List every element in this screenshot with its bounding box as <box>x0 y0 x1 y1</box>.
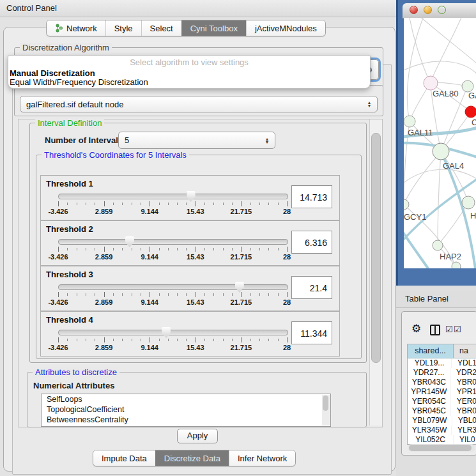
network-node-gal4[interactable] <box>433 143 449 160</box>
tab-network[interactable]: Network <box>47 20 105 36</box>
apply-button[interactable]: Apply <box>177 429 218 443</box>
scrollbar-thumb[interactable] <box>371 133 381 363</box>
network-window-titlebar <box>403 3 476 19</box>
threshold-value-field[interactable]: 11.344 <box>291 321 332 344</box>
network-node-hap2[interactable] <box>433 240 443 250</box>
slider-thumb-icon[interactable] <box>162 327 171 338</box>
tick-label: 2.859 <box>95 208 113 215</box>
table-row[interactable]: YLR345WYLR3 <box>408 426 476 435</box>
mac-close-icon[interactable] <box>410 6 418 14</box>
number-of-intervals-combo[interactable]: 5 ▲▼ <box>118 132 275 149</box>
table-row[interactable]: YIL052CYIL0 <box>408 435 476 445</box>
threshold-slider[interactable] <box>58 239 288 245</box>
node-label: GAL11 <box>408 128 433 137</box>
tick-label: 21.715 <box>231 208 252 215</box>
threshold-value-field[interactable]: 6.316 <box>291 231 332 254</box>
threshold-row: Threshold 2 -3.4262.8599.14415.4321.7152… <box>40 220 340 266</box>
numerical-attributes-list[interactable]: SelfLoopsTopologicalCoefficientBetweenne… <box>41 394 331 427</box>
tick <box>177 293 178 296</box>
table-cell: YPR1 <box>451 387 476 397</box>
table-row[interactable]: YBL079WYBL0 <box>408 416 476 426</box>
mac-zoom-icon[interactable] <box>438 6 446 14</box>
node-label: GA <box>468 91 476 100</box>
network-edge[interactable] <box>430 18 463 83</box>
table-cell: YBR043C <box>408 378 451 387</box>
network-canvas[interactable]: GAL80GACGAL11GAL4GCY1HHAP2 <box>404 18 476 268</box>
table-row[interactable]: YDR27...YDR2 <box>408 368 476 378</box>
network-edge[interactable] <box>404 179 476 243</box>
attribute-item[interactable]: TopologicalCoefficient <box>42 404 330 415</box>
tick <box>122 339 123 341</box>
tick <box>259 203 260 205</box>
tab-discretize-data[interactable]: Discretize Data <box>155 450 229 466</box>
threshold-slider[interactable] <box>58 284 288 290</box>
numerical-attributes-label: Numerical Attributes <box>33 381 114 390</box>
table-row[interactable]: YPR145WYPR1 <box>408 387 476 397</box>
slider-thumb-icon[interactable] <box>125 236 134 247</box>
network-edge[interactable] <box>404 151 441 204</box>
tick <box>196 337 196 342</box>
tick <box>177 203 178 205</box>
tick <box>278 203 279 205</box>
node-label: HAP2 <box>440 252 461 261</box>
tick <box>223 293 224 296</box>
slider-thumb-icon[interactable] <box>187 191 196 202</box>
number-of-intervals-value: 5 <box>119 135 263 145</box>
threshold-slider[interactable] <box>58 194 288 199</box>
network-edge[interactable] <box>404 61 476 74</box>
gear-icon[interactable]: ⚙ <box>411 322 421 335</box>
tab-select[interactable]: Select <box>141 20 181 36</box>
columns-icon[interactable] <box>430 325 440 335</box>
threshold-value-field[interactable]: 21.4 <box>291 276 332 299</box>
tab-infer-network[interactable]: Infer Network <box>229 450 295 466</box>
network-node-gal11[interactable] <box>404 116 415 127</box>
network-node-c[interactable] <box>465 106 476 118</box>
tab-impute-data[interactable]: Impute Data <box>93 450 155 466</box>
threshold-slider[interactable] <box>58 330 288 335</box>
scrollbar-thumb[interactable] <box>409 445 472 451</box>
table-data-combo[interactable]: galFiltered.sif default node ▲▼ <box>20 96 378 112</box>
tick <box>67 248 68 250</box>
network-edge[interactable] <box>407 18 424 121</box>
tab-label: Discretize Data <box>164 454 220 463</box>
attribute-item[interactable]: BetweennessCentrality <box>42 415 330 425</box>
tab-style[interactable]: Style <box>105 20 141 36</box>
network-node-h[interactable] <box>462 196 475 209</box>
tick <box>95 248 95 250</box>
tick <box>268 248 269 250</box>
mac-minimize-icon[interactable] <box>424 6 432 14</box>
column-header-shared-name[interactable]: shared... <box>408 344 454 358</box>
screenshot-root: Control Panel ✕ NetworkStyleSelectCyni T… <box>0 0 476 476</box>
table-row[interactable]: YDL19...YDL1 <box>408 358 476 368</box>
tick <box>196 292 196 297</box>
tick <box>223 203 224 205</box>
tick-label: 9.144 <box>141 208 158 215</box>
dropdown-item-equal-width-frequency[interactable]: Equal Width/Frequency Discretization <box>10 77 148 87</box>
table-panel-title: Table Panel <box>405 294 449 303</box>
checkbox-icon[interactable]: ☑ <box>454 325 461 334</box>
dropdown-item-manual-discretization[interactable]: Manual Discretization <box>10 68 95 78</box>
network-edge[interactable] <box>418 18 476 64</box>
threshold-value-field[interactable]: 14.713 <box>291 185 332 208</box>
list-scrollbar[interactable] <box>322 395 330 426</box>
network-edge[interactable] <box>438 151 441 245</box>
tick-label: 9.144 <box>141 298 158 306</box>
table-cell: YBL0 <box>452 416 476 426</box>
column-header-name[interactable]: na <box>454 344 476 358</box>
table-row[interactable]: YBR043CYBR0 <box>408 378 476 387</box>
network-node-gal80[interactable] <box>424 76 438 90</box>
table-row[interactable]: YER054CYER0 <box>408 397 476 406</box>
tick <box>58 292 59 297</box>
tick <box>287 247 288 252</box>
checkbox-icon[interactable]: ☑ <box>445 325 453 334</box>
tab-jactivemnodules[interactable]: jActiveMNodules <box>246 20 325 36</box>
table-cell: YIL052C <box>408 435 454 445</box>
table-horizontal-scrollbar[interactable] <box>408 444 475 452</box>
attribute-item[interactable]: SelfLoops <box>42 394 330 404</box>
scrollbar-thumb[interactable] <box>323 395 328 411</box>
table-row[interactable]: YBR045CYBR0 <box>408 406 476 416</box>
network-node[interactable] <box>452 262 461 268</box>
tick <box>150 337 150 342</box>
slider-thumb-icon[interactable] <box>235 282 244 293</box>
tab-cyni-toolbox[interactable]: Cyni Toolbox <box>181 20 246 36</box>
